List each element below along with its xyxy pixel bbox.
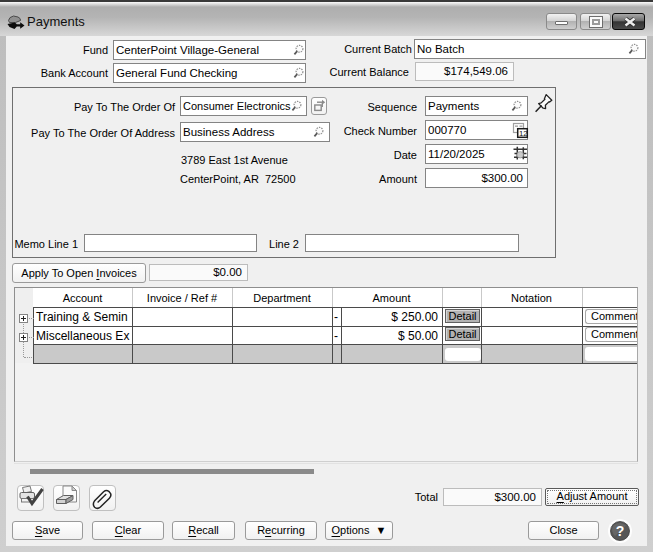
svg-text:?: ? [616,523,625,539]
svg-text:12: 12 [519,129,528,138]
